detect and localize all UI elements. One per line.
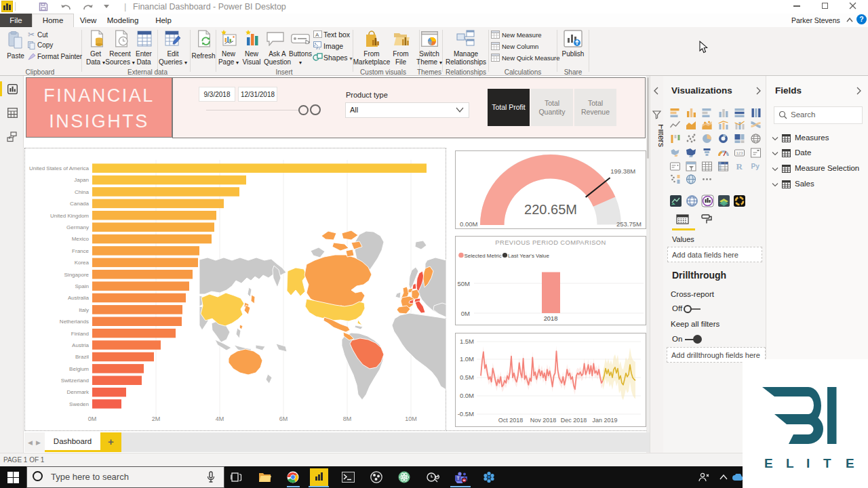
svg-text:253.75M: 253.75M — [616, 220, 642, 228]
svg-text:Last Year's Value: Last Year's Value — [508, 253, 550, 259]
svg-text:Singapore: Singapore — [64, 272, 90, 278]
svg-text:Canada: Canada — [70, 201, 90, 207]
svg-text:United States of America: United States of America — [29, 165, 90, 171]
svg-text:E: E — [846, 456, 854, 470]
svg-text:Denmark: Denmark — [67, 389, 90, 395]
svg-text:China: China — [75, 189, 89, 195]
svg-text:Switzerland: Switzerland — [61, 378, 89, 384]
svg-text:United Kingdom: United Kingdom — [50, 213, 89, 219]
svg-text:Spain: Spain — [75, 283, 89, 289]
svg-text:Brazil: Brazil — [75, 354, 89, 360]
svg-text:0M: 0M — [461, 310, 470, 317]
svg-text:Austria: Austria — [72, 342, 89, 348]
svg-text:T: T — [456, 475, 460, 481]
svg-text:I: I — [806, 456, 810, 470]
svg-text:0.0M: 0.0M — [460, 392, 474, 399]
svg-text:Mexico: Mexico — [72, 236, 90, 242]
svg-text:Py: Py — [751, 163, 760, 170]
svg-text:Germany: Germany — [66, 224, 89, 230]
svg-text:Belgium: Belgium — [69, 366, 89, 372]
svg-text:199.38M: 199.38M — [610, 167, 635, 175]
svg-text:E: E — [764, 456, 773, 470]
svg-text:123: 123 — [736, 151, 744, 155]
svg-text:PREVIOUS PERIOD COMPARISON: PREVIOUS PERIOD COMPARISON — [495, 239, 606, 246]
svg-text:Japan: Japan — [74, 177, 89, 183]
svg-text:Selected Metric: Selected Metric — [465, 253, 502, 259]
svg-text:A: A — [315, 32, 319, 38]
svg-text:50M: 50M — [458, 280, 471, 287]
svg-text:0.5M: 0.5M — [460, 373, 474, 381]
svg-text:-0.5M: -0.5M — [458, 410, 474, 418]
svg-text:220.65M: 220.65M — [524, 202, 577, 217]
svg-text:Korea: Korea — [75, 260, 90, 266]
svg-text:R: R — [736, 161, 743, 171]
svg-text:0.00M: 0.00M — [460, 220, 477, 228]
svg-text:Nov 2018: Nov 2018 — [530, 417, 557, 424]
svg-text:Sweden: Sweden — [69, 401, 89, 407]
svg-text:Dec 2018: Dec 2018 — [561, 417, 587, 424]
svg-text:2018: 2018 — [544, 315, 558, 322]
svg-text:Jan 2019: Jan 2019 — [592, 417, 617, 424]
svg-text:Oct 2018: Oct 2018 — [498, 417, 524, 424]
svg-text:France: France — [72, 248, 89, 254]
svg-text:Italy: Italy — [79, 307, 89, 313]
svg-text:T: T — [823, 456, 831, 470]
svg-text:L: L — [786, 456, 794, 470]
svg-text:1.0M: 1.0M — [460, 355, 474, 363]
svg-text:Australia: Australia — [68, 295, 90, 301]
svg-text:Netherlands: Netherlands — [60, 319, 89, 325]
svg-text:1.5M: 1.5M — [460, 338, 474, 345]
svg-text:2M: 2M — [152, 415, 161, 422]
svg-text:0M: 0M — [88, 415, 97, 422]
svg-text:Finland: Finland — [71, 331, 89, 337]
